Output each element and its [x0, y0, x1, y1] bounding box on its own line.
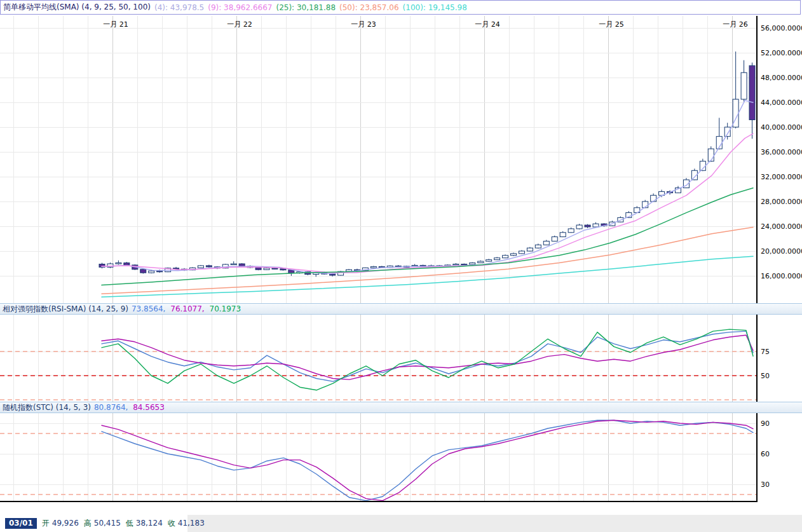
y-axis-tick-label: 48,000.0000 — [761, 74, 802, 82]
y-axis-tick-label: 56,000.0000 — [761, 24, 802, 32]
ohlc-value-3: 38,124 — [136, 519, 163, 528]
rsi-value-2: 76.1077, — [170, 304, 207, 313]
ohlc-label-1: 开 — [42, 519, 50, 528]
sma-line-25 — [102, 188, 753, 285]
candle-up — [503, 254, 508, 258]
candle-up — [576, 224, 582, 229]
rsi-panel-title: 相对强弱指数(RSI-SMA) (14, 25, 9) — [3, 304, 128, 315]
ohlc-label-4: 收 — [168, 519, 175, 528]
ohlc-label-2: 高 — [84, 519, 92, 528]
y-axis-tick-label: 75 — [761, 348, 770, 356]
x-axis-label: 一月 24 — [475, 20, 500, 29]
rsi-panel-header: 相对强弱指数(RSI-SMA) (14, 25, 9) 73.8564, 76.… — [0, 303, 802, 315]
candle-down — [140, 269, 146, 274]
ohlc-value-4: 41,183 — [178, 519, 205, 528]
y-axis-tick-label: 50 — [761, 372, 770, 380]
y-axis-tick-label: 90 — [761, 419, 770, 428]
y-axis-tick-label: 28,000.0000 — [761, 198, 802, 206]
date-badge: 03/01 — [5, 518, 37, 529]
sma-value-100: (100): 19,145.98 — [403, 3, 467, 12]
candle-up — [741, 60, 747, 102]
y-axis-tick-label: 20,000.0000 — [761, 247, 802, 256]
stc-value-2: 84.5653 — [133, 403, 165, 412]
status-bar: 03/01 开49,926高50,415低38,124收41,183 — [0, 515, 802, 532]
x-axis-label: 一月 21 — [103, 20, 128, 29]
candle-up — [651, 193, 656, 201]
sma-indicator-title: 简单移动平均线(SMA) (4, 9, 25, 50, 100) — [3, 2, 151, 13]
sma-value-9: (9): 38,962.6667 — [208, 3, 272, 12]
candle-up — [700, 159, 705, 172]
rsi-14-line — [102, 331, 753, 381]
sma-value-4: (4): 43,978.5 — [154, 3, 204, 12]
stc-d-line — [102, 420, 753, 500]
y-axis-tick-label: 40,000.0000 — [761, 123, 802, 132]
ohlc-value-1: 49,926 — [52, 519, 79, 528]
candle-up — [231, 261, 236, 264]
sma-line-100 — [102, 256, 753, 297]
sma-line-50 — [102, 227, 753, 294]
candle-up — [478, 261, 484, 263]
rsi-value-3: 70.1973 — [210, 304, 241, 313]
x-axis-label: 一月 25 — [599, 20, 624, 29]
y-axis-tick-label: 24,000.0000 — [761, 222, 802, 231]
y-axis-tick-label: 36,000.0000 — [761, 148, 802, 156]
candle-up — [198, 265, 203, 268]
stc-k-line — [102, 420, 753, 500]
y-axis-tick-label: 30 — [761, 481, 770, 489]
x-axis-label: 一月 26 — [723, 20, 748, 29]
candle-up — [519, 250, 524, 254]
candle-up — [552, 236, 557, 242]
y-axis-tick-label: 52,000.0000 — [761, 49, 802, 57]
x-axis-label: 一月 23 — [351, 20, 376, 29]
rsi-indicator-chart[interactable]: 7550 — [0, 315, 802, 402]
sma-value-25: (25): 30,181.88 — [276, 3, 336, 12]
candlestick-price-chart[interactable]: 一月 21一月 22一月 23一月 24一月 25一月 2656,000.000… — [0, 16, 802, 303]
candle-down — [585, 224, 590, 228]
candle-up — [116, 261, 121, 265]
sma-line-4 — [102, 100, 753, 274]
rsi-panel-values: 73.8564, 76.1077, 70.1973 — [132, 304, 243, 313]
candle-up — [593, 222, 599, 228]
rsi-9-line — [102, 329, 753, 390]
sma-line-9 — [102, 133, 753, 273]
stochastic-indicator-chart[interactable]: 906030 — [0, 413, 802, 502]
stc-panel-values: 80.8764, 84.5653 — [94, 403, 167, 412]
y-axis-tick-label: 32,000.0000 — [761, 173, 802, 181]
stc-value-1: 80.8764, — [94, 403, 130, 412]
rsi-value-1: 73.8564, — [132, 304, 168, 313]
sma-indicator-header: 简单移动平均线(SMA) (4, 9, 25, 50, 100) (4): 43… — [0, 0, 801, 15]
candle-up — [494, 257, 500, 260]
charting-application: 简单移动平均线(SMA) (4, 9, 25, 50, 100) (4): 43… — [0, 0, 802, 532]
candle-up — [511, 252, 517, 256]
candle-up — [370, 266, 376, 268]
y-axis-tick-label: 60 — [761, 450, 770, 458]
ohlc-readout: 03/01 开49,926高50,415低38,124收41,183 — [0, 515, 187, 532]
candle-up — [453, 263, 459, 265]
sma-value-50: (50): 23,857.06 — [339, 3, 399, 12]
candle-up — [107, 263, 113, 268]
stc-panel-title: 随机指数(STC) (14, 5, 3) — [3, 402, 91, 413]
candle-up — [535, 243, 541, 249]
candle-down — [206, 264, 212, 267]
candle-up — [560, 231, 566, 237]
y-axis-tick-label: 44,000.0000 — [761, 99, 802, 107]
ohlc-value-2: 50,415 — [94, 519, 121, 528]
ohlc-label-3: 低 — [126, 519, 133, 528]
stc-panel-header: 随机指数(STC) (14, 5, 3) 80.8764, 84.5653 — [0, 402, 802, 413]
x-axis-label: 一月 22 — [227, 20, 252, 29]
rsi-sma-25-line — [102, 335, 753, 379]
candle-up — [527, 247, 533, 252]
candle-up — [568, 228, 574, 233]
y-axis-tick-label: 16,000.0000 — [761, 272, 802, 280]
candle-up — [733, 51, 738, 128]
candle-up — [486, 259, 492, 261]
ohlc-fields: 开49,926高50,415低38,124收41,183 — [42, 518, 210, 529]
candle-up — [543, 240, 549, 245]
candle-down — [99, 263, 105, 269]
candle-up — [470, 263, 475, 265]
sma-indicator-values: (4): 43,978.5(9): 38,962.6667(25): 30,18… — [154, 3, 471, 12]
